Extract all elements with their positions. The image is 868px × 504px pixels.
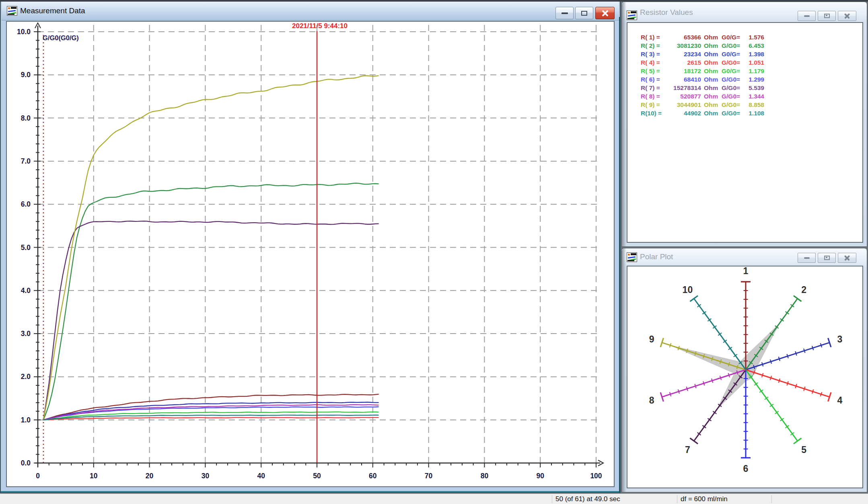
screen-top-edge <box>0 0 868 2</box>
polar-axis-label: 3 <box>837 334 843 344</box>
ratio-value: 1.051 <box>740 59 764 67</box>
minimize-icon <box>804 257 810 259</box>
maximize-button[interactable] <box>575 7 593 19</box>
x-tick-label: 30 <box>202 472 210 480</box>
resistor-row: R( 2) =3081230OhmG/G0=6.453 <box>627 42 862 50</box>
resistor-row: R( 5) =18172OhmG0/G=1.179 <box>627 67 862 75</box>
x-tick-label: 90 <box>536 472 544 480</box>
resistor-unit: Ohm <box>704 42 722 50</box>
resistor-row: R( 9) =3044901OhmG/G0=8.858 <box>627 101 862 109</box>
y-tick-label: 9.0 <box>21 71 31 79</box>
polar-axis-5 <box>746 370 801 444</box>
window-title: Resistor Values <box>640 2 693 23</box>
y-tick-label: 2.0 <box>21 373 31 381</box>
y-tick-label: 5.0 <box>21 244 31 252</box>
resistor-values-area: R( 1) =65366OhmG0/G=1.576R( 2) =3081230O… <box>627 22 863 243</box>
x-tick-label: 10 <box>90 472 98 480</box>
ratio-value: 1.398 <box>740 50 764 58</box>
window-title: Polar Plot <box>640 248 673 265</box>
y-tick-label: 6.0 <box>21 200 31 208</box>
x-tick-label: 40 <box>257 472 265 480</box>
maximize-icon <box>824 256 830 260</box>
minimize-icon <box>562 12 568 14</box>
resistor-unit: Ohm <box>704 76 722 84</box>
ratio-value: 5.539 <box>740 84 764 92</box>
window-frame-edge <box>619 17 620 492</box>
x-tick-label: 70 <box>425 472 433 480</box>
y-tick-label: 4.0 <box>21 287 31 295</box>
statusbar-separator <box>677 495 677 503</box>
close-button[interactable] <box>595 7 615 19</box>
resistor-unit: Ohm <box>704 50 722 58</box>
maximize-button[interactable] <box>818 253 836 263</box>
y-tick-label: 3.0 <box>21 330 31 338</box>
x-tick-label: 0 <box>36 472 40 480</box>
resistor-unit: Ohm <box>704 109 722 117</box>
y-axis-title: G/G0(G0/G) <box>43 34 79 41</box>
polar-axis-label: 2 <box>801 285 806 295</box>
x-tick-label: 20 <box>146 472 154 480</box>
polar-axis-label: 10 <box>683 285 693 295</box>
minimize-button[interactable] <box>798 253 816 263</box>
resistor-unit: Ohm <box>704 101 722 109</box>
resistor-value: 65366 <box>652 33 701 41</box>
axis-endcap <box>794 296 801 301</box>
measurement-data-window: Measurement Data 01020304050607080901000… <box>0 0 621 493</box>
status-sample-info: 50 (of 61) at 49.0 sec <box>555 494 620 504</box>
minimize-button[interactable] <box>798 11 816 21</box>
desktop: Measurement Data 01020304050607080901000… <box>0 0 868 504</box>
polar-titlebar[interactable]: Polar Plot <box>622 248 867 265</box>
polar-axis-label: 6 <box>743 463 749 474</box>
resistor-unit: Ohm <box>704 59 722 67</box>
maximize-icon <box>581 11 587 16</box>
y-tick-label: 1.0 <box>21 416 31 424</box>
resistor-value: 68410 <box>652 76 701 84</box>
radar-polygon <box>672 324 780 409</box>
polar-axis-label: 5 <box>801 445 806 455</box>
measurement-chart: 01020304050607080901000.01.02.03.04.05.0… <box>7 22 615 488</box>
y-tick-label: 0.0 <box>21 459 31 467</box>
polar-axis-label: 9 <box>649 334 654 344</box>
resistor-value: 23234 <box>652 50 701 58</box>
window-frame-edge <box>1 491 620 492</box>
resistor-value: 2615 <box>652 59 701 67</box>
statusbar-separator <box>552 495 552 503</box>
y-tick-label: 8.0 <box>21 114 31 122</box>
resistor-titlebar[interactable]: Resistor Values <box>622 2 867 23</box>
measurement-titlebar[interactable]: Measurement Data <box>2 2 619 20</box>
axis-endcap <box>794 438 801 444</box>
polar-axis-7 <box>690 370 746 444</box>
polar-plot-window: Polar Plot 12345678910 <box>621 248 867 492</box>
measurement-chart-area: 01020304050607080901000.01.02.03.04.05.0… <box>6 21 615 487</box>
statusbar-separator <box>771 495 772 503</box>
minimize-icon <box>804 15 810 17</box>
resistor-row: R( 7) =15278314OhmG/G0=5.539 <box>627 84 862 92</box>
x-tick-label: 50 <box>313 472 321 480</box>
maximize-button[interactable] <box>818 11 836 21</box>
timestamp-label: 2021/11/5 9:44:10 <box>292 22 348 30</box>
axis-endcap <box>690 438 698 444</box>
resistor-unit: Ohm <box>704 92 722 100</box>
polar-axis-label: 7 <box>685 445 690 455</box>
resistor-unit: Ohm <box>704 33 722 41</box>
ratio-value: 6.453 <box>740 42 764 50</box>
resistor-row: R( 1) =65366OhmG0/G=1.576 <box>627 33 862 41</box>
polar-axis-label: 8 <box>649 395 654 406</box>
ratio-value: 8.858 <box>740 101 764 109</box>
minimize-button[interactable] <box>555 7 574 19</box>
resistor-row: R( 3) =23234OhmG0/G=1.398 <box>627 50 862 58</box>
ratio-value: 1.344 <box>740 92 764 100</box>
resistor-unit: Ohm <box>704 84 722 92</box>
close-button[interactable] <box>838 11 856 21</box>
close-button[interactable] <box>838 253 856 263</box>
resistor-value: 44902 <box>652 109 701 117</box>
maximize-icon <box>824 14 830 18</box>
resistor-value: 18172 <box>652 67 701 75</box>
app-icon <box>627 252 637 262</box>
resistor-row: R( 6) =68410OhmG/G0=1.299 <box>627 76 862 84</box>
polar-axis-label: 1 <box>743 266 749 276</box>
ratio-value: 1.108 <box>740 109 764 117</box>
ratio-value: 1.299 <box>740 76 764 84</box>
status-bar: 50 (of 61) at 49.0 sec df = 600 ml/min <box>0 494 868 504</box>
resistor-value: 3044901 <box>652 101 701 109</box>
